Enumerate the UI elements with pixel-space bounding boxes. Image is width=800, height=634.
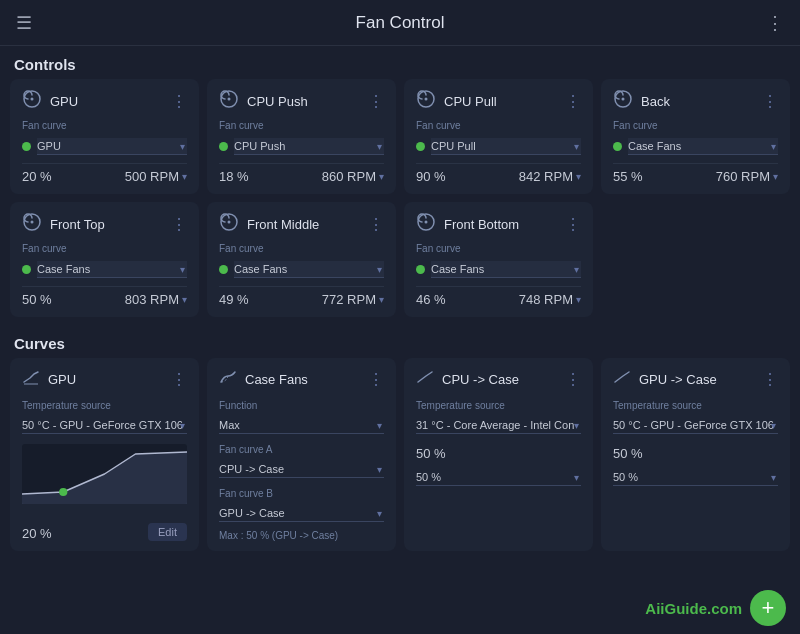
fan-curve-a-select[interactable]: CPU -> Case — [219, 461, 384, 477]
fan-name: CPU Pull — [444, 94, 497, 109]
rpm-chevron-icon: ▾ — [379, 294, 384, 305]
fan-curve-row: Case Fans — [22, 261, 187, 278]
fan-card-title-row: Front Top — [22, 212, 105, 237]
fan-stats: 50 % 803 RPM ▾ — [22, 286, 187, 307]
max-note: Max : 50 % (GPU -> Case) — [219, 530, 384, 541]
card-menu-icon[interactable]: ⋮ — [565, 215, 581, 234]
fan-card-header: Front Middle ⋮ — [219, 212, 384, 237]
function-select[interactable]: Max — [219, 417, 384, 433]
curves-grid: GPU ⋮ Temperature source 50 °C - GPU - G… — [0, 358, 800, 559]
fan-curve-select[interactable]: CPU Pull — [431, 138, 581, 155]
card-menu-icon[interactable]: ⋮ — [762, 92, 778, 111]
fan-curve-row: CPU Pull — [416, 138, 581, 155]
fan-card-header: GPU ⋮ — [22, 89, 187, 114]
fan-speed-icon — [416, 89, 436, 114]
fan-percent: 20 % — [22, 169, 52, 184]
curve-name: GPU -> Case — [639, 372, 717, 387]
svg-point-1 — [31, 98, 34, 101]
edit-button[interactable]: Edit — [148, 523, 187, 541]
temp-source-select[interactable]: 31 °C - Core Average - Intel Con — [416, 417, 581, 433]
status-dot — [416, 265, 425, 274]
fan-percent: 18 % — [219, 169, 249, 184]
fan-speed-icon — [219, 89, 239, 114]
curve-title-row: CPU -> Case — [416, 368, 519, 390]
fan-stats: 18 % 860 RPM ▾ — [219, 163, 384, 184]
svg-point-7 — [622, 98, 625, 101]
fan-curve-select[interactable]: Case Fans — [234, 261, 384, 278]
fan-curve-select[interactable]: Case Fans — [37, 261, 187, 278]
fan-name: Back — [641, 94, 670, 109]
fan-curve-select-wrapper: GPU — [37, 138, 187, 155]
card-menu-icon[interactable]: ⋮ — [368, 215, 384, 234]
curve-card-menu-icon[interactable]: ⋮ — [762, 370, 778, 389]
curve-card: CPU -> Case ⋮ Temperature source 31 °C -… — [404, 358, 593, 551]
fan-curve-select[interactable]: Case Fans — [431, 261, 581, 278]
card-menu-icon[interactable]: ⋮ — [368, 92, 384, 111]
header: ☰ Fan Control ⋮ — [0, 0, 800, 46]
card-menu-icon[interactable]: ⋮ — [171, 215, 187, 234]
curve-type-icon — [219, 368, 237, 390]
fan-card-header: CPU Push ⋮ — [219, 89, 384, 114]
fan-curve-select-wrapper: Case Fans — [37, 261, 187, 278]
curve-bottom: 20 % Edit — [22, 523, 187, 541]
curve-card-header: GPU ⋮ — [22, 368, 187, 390]
fan-curve-row: GPU — [22, 138, 187, 155]
curve-percent: 50 % — [613, 446, 778, 461]
svg-point-5 — [425, 98, 428, 101]
temp-source-select[interactable]: 50 °C - GPU - GeForce GTX 106 — [22, 417, 187, 433]
fan-curve-label: Fan curve — [613, 120, 778, 131]
curve-percent-select[interactable]: 50 % — [416, 469, 581, 485]
status-dot — [416, 142, 425, 151]
fan-card-header: CPU Pull ⋮ — [416, 89, 581, 114]
curve-card-menu-icon[interactable]: ⋮ — [368, 370, 384, 389]
fan-card: CPU Push ⋮ Fan curve CPU Push 18 % 860 R… — [207, 79, 396, 194]
fan-curve-a-select-wrapper: CPU -> Case — [219, 461, 384, 478]
fan-card: CPU Pull ⋮ Fan curve CPU Pull 90 % 842 R… — [404, 79, 593, 194]
fan-curve-select[interactable]: GPU — [37, 138, 187, 155]
fan-percent: 55 % — [613, 169, 643, 184]
fan-curve-select[interactable]: Case Fans — [628, 138, 778, 155]
card-menu-icon[interactable]: ⋮ — [565, 92, 581, 111]
curve-card: GPU -> Case ⋮ Temperature source 50 °C -… — [601, 358, 790, 551]
more-options-icon[interactable]: ⋮ — [766, 12, 784, 34]
curve-card-menu-icon[interactable]: ⋮ — [171, 370, 187, 389]
curve-type-icon — [613, 368, 631, 390]
fan-percent: 50 % — [22, 292, 52, 307]
fan-rpm: 748 RPM ▾ — [519, 292, 581, 307]
controls-grid: GPU ⋮ Fan curve GPU 20 % 500 RPM ▾ — [0, 79, 800, 325]
rpm-chevron-icon: ▾ — [379, 171, 384, 182]
content-scroll: Controls GPU ⋮ Fan curve GPU — [0, 46, 800, 634]
brand-logo: AiiGuide.com — [645, 600, 742, 617]
svg-point-13 — [425, 221, 428, 224]
fan-curve-label: Fan curve — [219, 243, 384, 254]
fan-rpm: 842 RPM ▾ — [519, 169, 581, 184]
fan-speed-icon — [613, 89, 633, 114]
curve-percent-select[interactable]: 50 % — [613, 469, 778, 485]
controls-section-label: Controls — [0, 46, 800, 79]
temp-source-select-wrapper: 50 °C - GPU - GeForce GTX 106 — [22, 417, 187, 434]
hamburger-icon[interactable]: ☰ — [16, 12, 32, 34]
brand-name: AiiGuide — [645, 600, 707, 617]
curve-card-header: GPU -> Case ⋮ — [613, 368, 778, 390]
fan-curve-select[interactable]: CPU Push — [234, 138, 384, 155]
add-fab-button[interactable]: + — [750, 590, 786, 626]
brand-suffix: .com — [707, 600, 742, 617]
fan-curve-a-label: Fan curve A — [219, 444, 384, 455]
fan-card-header: Front Bottom ⋮ — [416, 212, 581, 237]
curve-percent: 50 % — [416, 446, 581, 461]
rpm-chevron-icon: ▾ — [576, 171, 581, 182]
temp-source-select[interactable]: 50 °C - GPU - GeForce GTX 106 — [613, 417, 778, 433]
curve-chart — [22, 444, 187, 517]
curve-card-menu-icon[interactable]: ⋮ — [565, 370, 581, 389]
svg-point-3 — [228, 98, 231, 101]
fan-curve-select-wrapper: CPU Pull — [431, 138, 581, 155]
function-select-wrapper: Max — [219, 417, 384, 434]
fan-curve-label: Fan curve — [416, 243, 581, 254]
card-menu-icon[interactable]: ⋮ — [171, 92, 187, 111]
fan-card-title-row: Back — [613, 89, 670, 114]
fan-curve-label: Fan curve — [22, 120, 187, 131]
curve-percent: 20 % — [22, 526, 52, 541]
page-title: Fan Control — [356, 13, 445, 33]
fan-curve-b-select[interactable]: GPU -> Case — [219, 505, 384, 521]
fan-name: GPU — [50, 94, 78, 109]
